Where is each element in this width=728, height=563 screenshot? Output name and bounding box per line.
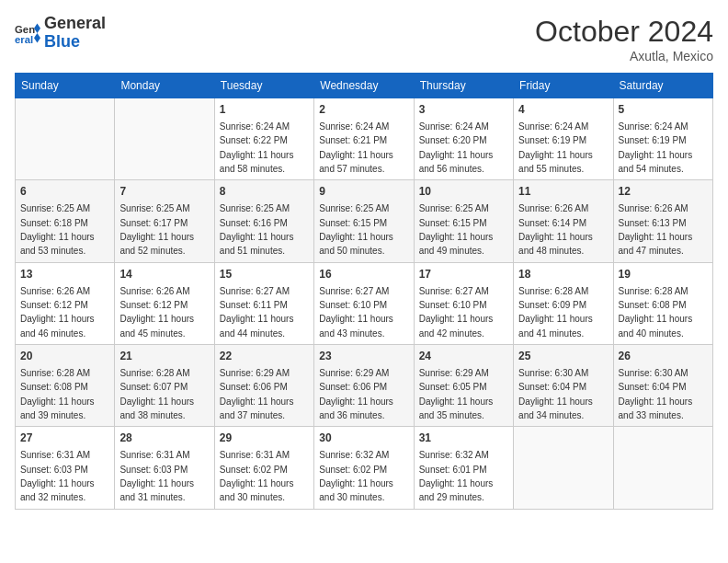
cell-sunset: Sunset: 6:03 PM — [20, 465, 88, 475]
cell-sunrise: Sunrise: 6:28 AM — [619, 286, 688, 296]
cell-sunrise: Sunrise: 6:31 AM — [119, 450, 189, 460]
cell-daylight: Daylight: 11 hours and 35 minutes. — [419, 396, 494, 420]
cell-sunrise: Sunrise: 6:27 AM — [319, 286, 389, 296]
location-subtitle: Axutla, Mexico — [535, 49, 713, 63]
week-row-1: 1Sunrise: 6:24 AMSunset: 6:22 PMDaylight… — [16, 98, 713, 180]
cell-sunset: Sunset: 6:09 PM — [518, 300, 586, 310]
day-number: 20 — [20, 349, 109, 364]
cell-sunrise: Sunrise: 6:25 AM — [220, 203, 290, 213]
week-row-2: 6Sunrise: 6:25 AMSunset: 6:18 PMDaylight… — [16, 180, 713, 262]
cell-sunset: Sunset: 6:12 PM — [119, 300, 188, 310]
cell-daylight: Daylight: 11 hours and 52 minutes. — [119, 232, 194, 256]
day-number: 11 — [518, 184, 608, 200]
cell-sunrise: Sunrise: 6:28 AM — [20, 368, 90, 378]
cell-daylight: Daylight: 11 hours and 38 minutes. — [119, 396, 194, 420]
cell-sunrise: Sunrise: 6:26 AM — [119, 286, 189, 296]
cell-sunset: Sunset: 6:02 PM — [220, 465, 288, 475]
cell-sunset: Sunset: 6:12 PM — [20, 300, 88, 310]
day-number: 7 — [119, 184, 209, 200]
calendar-cell: 28Sunrise: 6:31 AMSunset: 6:03 PMDayligh… — [115, 427, 214, 509]
day-number: 14 — [119, 267, 209, 282]
day-number: 21 — [119, 349, 209, 364]
cell-daylight: Daylight: 11 hours and 55 minutes. — [518, 150, 593, 174]
logo-text: General Blue — [44, 15, 106, 52]
calendar-table: SundayMondayTuesdayWednesdayThursdayFrid… — [15, 73, 713, 510]
header-cell-wednesday: Wednesday — [314, 74, 414, 98]
calendar-cell: 11Sunrise: 6:26 AMSunset: 6:14 PMDayligh… — [514, 180, 613, 262]
day-number: 3 — [419, 102, 508, 118]
cell-sunrise: Sunrise: 6:26 AM — [20, 286, 90, 296]
cell-sunset: Sunset: 6:19 PM — [518, 135, 586, 145]
calendar-cell: 27Sunrise: 6:31 AMSunset: 6:03 PMDayligh… — [16, 427, 115, 509]
header-cell-saturday: Saturday — [613, 74, 712, 98]
cell-daylight: Daylight: 11 hours and 44 minutes. — [220, 314, 294, 338]
cell-sunset: Sunset: 6:08 PM — [20, 382, 88, 392]
cell-daylight: Daylight: 11 hours and 40 minutes. — [619, 314, 693, 338]
cell-daylight: Daylight: 11 hours and 39 minutes. — [20, 396, 95, 420]
day-number: 29 — [220, 431, 309, 446]
cell-sunrise: Sunrise: 6:24 AM — [518, 121, 588, 132]
cell-daylight: Daylight: 11 hours and 42 minutes. — [419, 314, 494, 338]
day-number: 8 — [220, 184, 309, 200]
calendar-cell: 5Sunrise: 6:24 AMSunset: 6:19 PMDaylight… — [613, 98, 712, 180]
day-number: 16 — [319, 267, 408, 282]
day-number: 17 — [419, 267, 508, 282]
cell-sunrise: Sunrise: 6:30 AM — [518, 368, 588, 378]
cell-daylight: Daylight: 11 hours and 54 minutes. — [619, 150, 693, 174]
day-number: 26 — [619, 349, 708, 364]
cell-daylight: Daylight: 11 hours and 29 minutes. — [419, 478, 494, 502]
cell-sunset: Sunset: 6:19 PM — [619, 135, 687, 145]
cell-sunset: Sunset: 6:07 PM — [119, 382, 188, 392]
day-number: 31 — [419, 431, 508, 446]
cell-daylight: Daylight: 11 hours and 49 minutes. — [419, 232, 494, 256]
calendar-cell: 21Sunrise: 6:28 AMSunset: 6:07 PMDayligh… — [115, 345, 214, 427]
cell-sunrise: Sunrise: 6:26 AM — [518, 203, 588, 213]
cell-sunset: Sunset: 6:11 PM — [220, 300, 288, 310]
logo-line2: Blue — [44, 33, 106, 52]
day-number: 1 — [220, 102, 309, 118]
day-number: 15 — [220, 267, 309, 282]
logo-line1: General — [44, 15, 106, 33]
cell-sunrise: Sunrise: 6:31 AM — [220, 450, 290, 460]
cell-sunset: Sunset: 6:08 PM — [619, 300, 687, 310]
calendar-cell — [613, 427, 712, 509]
day-number: 19 — [619, 267, 708, 282]
cell-daylight: Daylight: 11 hours and 31 minutes. — [119, 478, 194, 502]
cell-daylight: Daylight: 11 hours and 53 minutes. — [20, 232, 95, 256]
cell-sunset: Sunset: 6:21 PM — [319, 135, 387, 145]
day-number: 24 — [419, 349, 508, 364]
day-number: 4 — [518, 102, 608, 118]
calendar-cell: 25Sunrise: 6:30 AMSunset: 6:04 PMDayligh… — [514, 345, 613, 427]
cell-daylight: Daylight: 11 hours and 43 minutes. — [319, 314, 393, 338]
day-number: 6 — [20, 184, 109, 200]
header-cell-sunday: Sunday — [16, 74, 115, 98]
cell-sunset: Sunset: 6:05 PM — [419, 382, 487, 392]
calendar-cell: 8Sunrise: 6:25 AMSunset: 6:16 PMDaylight… — [214, 180, 313, 262]
cell-daylight: Daylight: 11 hours and 34 minutes. — [518, 396, 593, 420]
cell-sunset: Sunset: 6:15 PM — [319, 218, 387, 228]
header-cell-friday: Friday — [514, 74, 613, 98]
header-cell-thursday: Thursday — [414, 74, 513, 98]
cell-sunrise: Sunrise: 6:25 AM — [319, 203, 389, 213]
cell-sunrise: Sunrise: 6:31 AM — [20, 450, 90, 460]
cell-sunrise: Sunrise: 6:27 AM — [419, 286, 489, 296]
cell-sunrise: Sunrise: 6:29 AM — [419, 368, 489, 378]
svg-text:eral: eral — [15, 34, 33, 45]
calendar-cell: 2Sunrise: 6:24 AMSunset: 6:21 PMDaylight… — [314, 98, 414, 180]
cell-daylight: Daylight: 11 hours and 37 minutes. — [220, 396, 294, 420]
logo-icon: Gen eral — [15, 20, 40, 46]
cell-sunrise: Sunrise: 6:25 AM — [119, 203, 189, 213]
calendar-cell — [115, 98, 214, 180]
cell-daylight: Daylight: 11 hours and 41 minutes. — [518, 314, 593, 338]
day-number: 9 — [319, 184, 408, 200]
day-number: 12 — [619, 184, 708, 200]
calendar-cell: 4Sunrise: 6:24 AMSunset: 6:19 PMDaylight… — [514, 98, 613, 180]
logo: Gen eral General Blue — [15, 15, 106, 52]
calendar-cell: 20Sunrise: 6:28 AMSunset: 6:08 PMDayligh… — [16, 345, 115, 427]
day-number: 23 — [319, 349, 408, 364]
day-number: 30 — [319, 431, 408, 446]
calendar-cell: 7Sunrise: 6:25 AMSunset: 6:17 PMDaylight… — [115, 180, 214, 262]
calendar-cell: 22Sunrise: 6:29 AMSunset: 6:06 PMDayligh… — [214, 345, 313, 427]
calendar-cell: 31Sunrise: 6:32 AMSunset: 6:01 PMDayligh… — [414, 427, 513, 509]
cell-daylight: Daylight: 11 hours and 30 minutes. — [220, 478, 294, 502]
